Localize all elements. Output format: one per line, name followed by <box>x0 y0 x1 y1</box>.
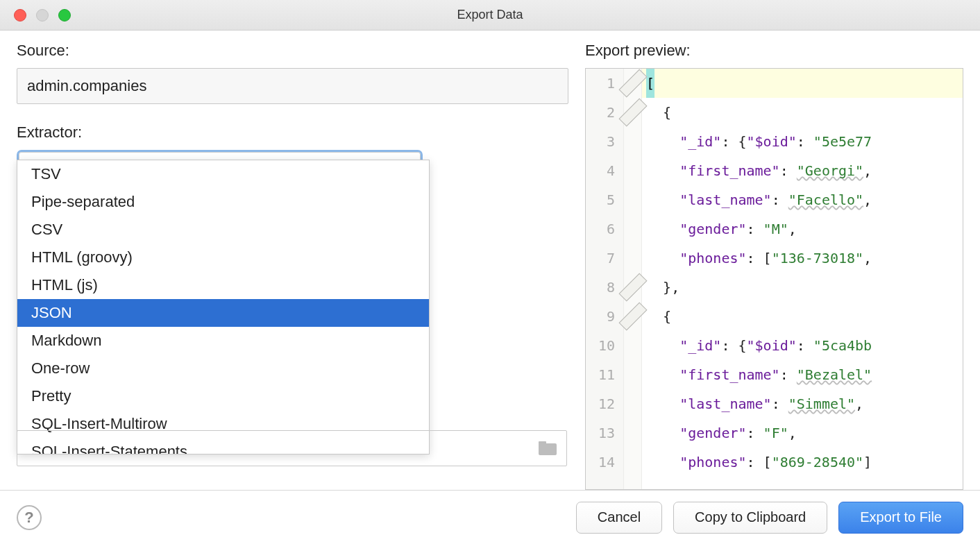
help-button[interactable]: ? <box>17 505 42 530</box>
code-line: "phones": ["869-28540"] <box>642 448 963 477</box>
minimize-window-button[interactable] <box>36 9 49 22</box>
line-number: 9 <box>586 302 615 331</box>
window-title: Export Data <box>457 8 523 22</box>
preview-label: Export preview: <box>585 42 963 60</box>
line-numbers-gutter: 1234567891011121314 <box>586 69 624 489</box>
line-number: 6 <box>586 214 615 244</box>
line-number: 13 <box>586 418 615 448</box>
code-line: [ <box>642 69 963 98</box>
extractor-option[interactable]: HTML (groovy) <box>17 244 429 271</box>
line-number: 4 <box>586 156 615 185</box>
line-number: 7 <box>586 244 615 273</box>
extractor-option[interactable]: CSV <box>17 216 429 244</box>
line-number: 12 <box>586 389 615 418</box>
folder-icon[interactable] <box>539 441 557 455</box>
dialog-footer: ? Cancel Copy to Clipboard Export to Fil… <box>0 490 980 544</box>
source-input[interactable] <box>17 68 568 104</box>
code-line: "first_name": "Georgi", <box>642 156 963 185</box>
code-line: "last_name": "Facello", <box>642 185 963 214</box>
window-controls <box>14 9 71 22</box>
close-window-button[interactable] <box>14 9 26 22</box>
output-path-field[interactable] <box>17 430 567 466</box>
line-number: 1 <box>586 69 615 98</box>
extractor-option[interactable]: TSV <box>17 160 429 188</box>
line-number: 2 <box>586 98 615 127</box>
extractor-option[interactable]: Pretty <box>17 382 429 410</box>
code-line: { <box>642 98 963 127</box>
export-preview-editor[interactable]: 1234567891011121314 [ { "_id": {"$oid": … <box>585 68 963 490</box>
line-number: 8 <box>586 273 615 302</box>
source-label: Source: <box>17 42 568 60</box>
code-line: "_id": {"$oid": "5e5e77 <box>642 127 963 156</box>
fold-cell[interactable] <box>627 273 639 302</box>
maximize-window-button[interactable] <box>58 9 71 22</box>
extractor-option[interactable]: One-row <box>17 355 429 382</box>
code-line: "first_name": "Bezalel" <box>642 360 963 389</box>
code-line: "_id": {"$oid": "5ca4bb <box>642 331 963 360</box>
export-to-file-button[interactable]: Export to File <box>838 502 963 534</box>
extractor-option[interactable]: Markdown <box>17 327 429 355</box>
code-line: "phones": ["136-73018", <box>642 244 963 273</box>
code-line: }, <box>642 273 963 302</box>
extractor-dropdown-menu[interactable]: TSVPipe-separatedCSVHTML (groovy)HTML (j… <box>17 160 430 454</box>
extractor-label: Extractor: <box>17 124 568 142</box>
titlebar: Export Data <box>0 0 980 31</box>
code-line: "gender": "M", <box>642 214 963 244</box>
cancel-button[interactable]: Cancel <box>576 502 662 534</box>
code-line: "gender": "F", <box>642 418 963 448</box>
fold-cell[interactable] <box>627 98 639 127</box>
extractor-option[interactable]: JSON <box>17 299 429 327</box>
fold-cell[interactable] <box>627 69 639 98</box>
extractor-option[interactable]: HTML (js) <box>17 271 429 299</box>
code-line: "last_name": "Simmel", <box>642 389 963 418</box>
code-content[interactable]: [ { "_id": {"$oid": "5e5e77 "first_name"… <box>642 69 963 489</box>
right-panel: Export preview: 1234567891011121314 [ { … <box>585 42 963 490</box>
fold-gutter <box>624 69 642 489</box>
line-number: 5 <box>586 185 615 214</box>
line-number: 11 <box>586 360 615 389</box>
extractor-option[interactable]: Pipe-separated <box>17 188 429 216</box>
fold-cell[interactable] <box>627 302 639 331</box>
copy-to-clipboard-button[interactable]: Copy to Clipboard <box>673 502 827 534</box>
left-panel: Source: Extractor: JSON TSVPipe-separate… <box>17 42 568 490</box>
line-number: 10 <box>586 331 615 360</box>
line-number: 3 <box>586 127 615 156</box>
code-line: { <box>642 302 963 331</box>
line-number: 14 <box>586 448 615 477</box>
